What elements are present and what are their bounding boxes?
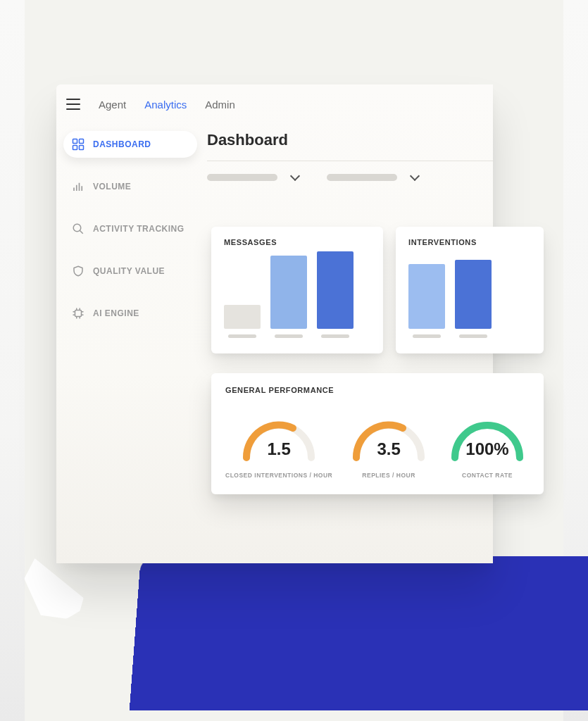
card-messages: MESSASGES: [211, 227, 383, 353]
grid-icon: [72, 138, 85, 151]
sidebar-item-activity-tracking[interactable]: ACTIVITY TRACKING: [63, 215, 197, 242]
chevron-down-icon: [410, 171, 420, 181]
bar: [317, 251, 354, 329]
filter-dropdown-2[interactable]: [327, 174, 418, 181]
gauge-replies: 3.5 REPLIES / HOUR: [346, 407, 431, 479]
card-general-performance: GENERAL PERFORMANCE 1.5 CLOSED INTERVENT…: [211, 373, 544, 494]
sidebar-item-label: QUALITY VALUE: [93, 266, 165, 276]
bar-item: [224, 305, 261, 338]
svg-rect-1: [80, 139, 84, 144]
gauge-value: 1.5: [237, 439, 321, 459]
metric-cards-row: MESSASGES INTERVENTIONS: [211, 227, 544, 353]
gauge-chart: 3.5: [346, 407, 431, 462]
filter-row: [207, 174, 493, 195]
card-title: MESSASGES: [224, 238, 370, 246]
svg-rect-3: [80, 146, 84, 150]
topbar: Agent Analytics Admin: [56, 84, 493, 124]
svg-rect-2: [73, 146, 77, 150]
interventions-bar-chart: [408, 258, 531, 338]
sidebar-item-quality-value[interactable]: QUALITY VALUE: [63, 258, 197, 284]
messages-bar-chart: [224, 258, 370, 338]
card-title: INTERVENTIONS: [408, 238, 531, 246]
gauge-row: 1.5 CLOSED INTERVENTIONS / HOUR 3.5 REPL…: [225, 407, 530, 479]
sidebar-item-label: DASHBOARD: [93, 139, 151, 149]
sidebar-item-label: ACTIVITY TRACKING: [93, 224, 184, 234]
bar-label: [321, 334, 349, 338]
svg-point-4: [73, 224, 81, 232]
bar-label: [228, 334, 256, 338]
tab-analytics[interactable]: Analytics: [144, 99, 187, 111]
divider: [207, 161, 493, 161]
search-icon: [72, 222, 85, 235]
bar: [270, 256, 307, 329]
svg-rect-0: [73, 139, 77, 144]
page-title: Dashboard: [207, 131, 493, 161]
filter-placeholder: [327, 174, 397, 181]
bar-label: [459, 334, 487, 338]
bar: [224, 305, 261, 329]
filter-dropdown-1[interactable]: [207, 174, 299, 181]
bar-item: [408, 264, 445, 338]
bar-label: [413, 334, 441, 338]
gauge-chart: 1.5: [237, 407, 321, 462]
sidebar-item-volume[interactable]: VOLUME: [63, 173, 197, 200]
tab-admin[interactable]: Admin: [205, 99, 235, 111]
gauge-contact-rate: 100% CONTACT RATE: [445, 407, 530, 479]
bar: [408, 264, 445, 329]
menu-icon[interactable]: [66, 99, 80, 110]
filter-placeholder: [207, 174, 277, 181]
card-interventions: INTERVENTIONS: [396, 227, 544, 353]
sidebar-item-label: AI ENGINE: [93, 308, 139, 318]
gauge-value: 100%: [445, 439, 530, 459]
scene-carpet: [130, 556, 588, 710]
bars-icon: [72, 180, 85, 193]
bar-item: [317, 251, 354, 338]
svg-rect-5: [75, 311, 82, 317]
bar: [455, 260, 492, 329]
sidebar-item-label: VOLUME: [93, 182, 131, 192]
chevron-down-icon: [290, 171, 300, 181]
gauge-closed-interventions: 1.5 CLOSED INTERVENTIONS / HOUR: [225, 407, 332, 479]
bar-label: [275, 334, 303, 338]
tab-agent[interactable]: Agent: [99, 99, 126, 111]
card-title: GENERAL PERFORMANCE: [225, 386, 530, 394]
bar-item: [455, 260, 492, 338]
sidebar-item-ai-engine[interactable]: AI ENGINE: [63, 300, 197, 327]
shield-icon: [72, 265, 85, 277]
chip-icon: [72, 307, 85, 320]
sidebar: DASHBOARD VOLUME ACTIVITY TRACKING QUALI…: [56, 124, 204, 563]
sidebar-item-dashboard[interactable]: DASHBOARD: [63, 131, 197, 158]
gauge-value: 3.5: [346, 439, 431, 459]
bar-item: [270, 256, 307, 338]
gauge-chart: 100%: [445, 407, 530, 462]
